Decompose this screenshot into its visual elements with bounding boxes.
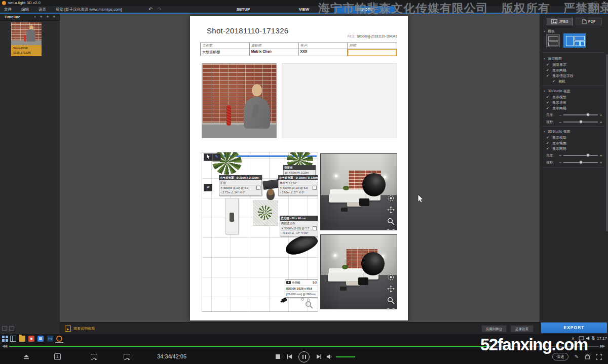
stop-button[interactable] xyxy=(274,349,282,364)
menu-help[interactable]: 帮助 [影子汉化资源 www.msmkps.com] xyxy=(56,6,122,13)
template-option-2-selected[interactable] xyxy=(563,33,586,48)
check-show-grid-1[interactable]: 显示网格 xyxy=(546,106,566,111)
layout-icon[interactable] xyxy=(2,326,7,331)
template-section-title[interactable]: 模板 xyxy=(543,29,555,34)
capture-icon[interactable] xyxy=(584,349,591,364)
client-field[interactable]: XXX xyxy=(299,49,348,56)
menu-edit[interactable]: 编辑 xyxy=(21,6,29,13)
jpeg-format-button[interactable]: JPEG xyxy=(547,18,573,25)
pdf-format-button[interactable]: PDF xyxy=(576,18,602,25)
tab-setup[interactable]: SETUP xyxy=(223,6,263,13)
slider-knob[interactable] xyxy=(579,160,583,164)
slider-knob[interactable] xyxy=(579,120,583,124)
close-button[interactable]: ✕ xyxy=(602,1,606,5)
orbit-icon[interactable] xyxy=(387,194,395,204)
taskbar-app-red-icon[interactable] xyxy=(28,336,34,342)
check-show-grid-2[interactable]: 显示网格 xyxy=(546,146,566,151)
minus-icon[interactable]: − xyxy=(558,113,562,117)
edit-icon[interactable]: ✎ xyxy=(573,349,580,364)
slider-track[interactable] xyxy=(563,114,598,115)
orbit-icon[interactable] xyxy=(387,273,395,283)
task-view-icon[interactable] xyxy=(10,336,16,342)
pen-tool-icon[interactable]: ✎ xyxy=(212,153,221,161)
template-option-1[interactable] xyxy=(546,34,560,47)
next-button[interactable] xyxy=(314,349,323,364)
timeline-shot-thumbnail[interactable] xyxy=(11,22,42,45)
minimize-button[interactable]: – xyxy=(587,1,589,5)
tab-view[interactable]: VIEW xyxy=(284,6,324,13)
top-view-section-title[interactable]: 顶部视图 xyxy=(543,56,562,61)
studio-view-2-title[interactable]: 3DStudio 视图 xyxy=(543,129,571,134)
plus-icon[interactable]: + xyxy=(599,153,603,158)
tab-export[interactable]: EXPORT xyxy=(334,6,395,13)
tray-chat-icon[interactable] xyxy=(579,334,584,343)
redo-icon[interactable]: ↷ xyxy=(158,6,162,13)
plus-icon[interactable]: + xyxy=(599,113,603,117)
fullscreen-icon[interactable] xyxy=(387,229,395,230)
check-show-walls-1[interactable]: 显示墙面 xyxy=(546,100,566,105)
timeline-shot-label[interactable]: Shot-2018 1110-171326 xyxy=(11,45,42,56)
forward-icon[interactable]: ▶▶ xyxy=(600,343,604,349)
apply-to-stage-button[interactable]: 应用到舞台 xyxy=(481,325,507,333)
zoom-icon[interactable] xyxy=(387,297,395,306)
check-show-grid[interactable]: 显示网格 xyxy=(546,68,566,73)
slider-knob[interactable] xyxy=(586,153,590,157)
plus-icon[interactable]: + xyxy=(599,120,603,125)
tray-language-indicator[interactable]: 英 xyxy=(591,334,595,343)
tray-caret-icon[interactable]: ∧ xyxy=(572,334,575,343)
menu-settings[interactable]: 设置 xyxy=(39,6,46,13)
volume-level[interactable] xyxy=(336,356,355,357)
setalight-app-icon[interactable] xyxy=(56,336,62,342)
check-show-walls-2[interactable]: 显示墙面 xyxy=(546,141,566,146)
plus-icon[interactable]: + xyxy=(599,160,603,165)
eraser-tool-icon[interactable]: ▰ xyxy=(204,184,212,191)
move-icon[interactable] xyxy=(387,285,395,295)
volume-icon[interactable] xyxy=(326,349,334,364)
photographer-field[interactable]: Matrix Chen xyxy=(250,49,299,56)
seek-bar[interactable] xyxy=(9,346,599,347)
undo-icon[interactable]: ↶ xyxy=(148,6,153,13)
minus-icon[interactable]: − xyxy=(558,153,562,158)
maximize-button[interactable]: □ xyxy=(594,1,597,5)
export-button[interactable]: EXPORT xyxy=(541,322,607,333)
photoshop-icon[interactable]: Ps xyxy=(47,336,53,342)
slider-track[interactable] xyxy=(563,155,598,156)
studio-field[interactable]: 大型摄影棚 xyxy=(201,49,250,56)
slider-track[interactable] xyxy=(563,162,598,163)
fullscreen-toggle-icon[interactable] xyxy=(595,349,603,364)
start-menu-icon[interactable] xyxy=(2,336,8,342)
move-icon[interactable] xyxy=(387,206,395,216)
playback-speed-button[interactable]: 倍速 xyxy=(551,349,569,364)
date-field[interactable] xyxy=(348,49,397,56)
rewind-icon[interactable]: ◀◀ xyxy=(2,343,6,349)
check-show-info-fields[interactable]: 显示信息字段 xyxy=(546,73,574,78)
bookmark-icon[interactable] xyxy=(90,349,98,364)
pause-button[interactable] xyxy=(298,349,310,364)
slider-knob[interactable] xyxy=(586,113,590,116)
file-explorer-icon[interactable] xyxy=(19,336,25,342)
eject-icon[interactable] xyxy=(22,349,30,364)
layout-icon-2[interactable] xyxy=(9,326,14,331)
panel-scrollbar[interactable] xyxy=(606,54,608,231)
studio-view-1-title[interactable]: 3DStudio 视图 xyxy=(543,89,571,94)
cursor-tool-icon[interactable] xyxy=(204,153,212,161)
check-show-model-1[interactable]: 显示模型 xyxy=(546,95,566,100)
check-show-model-2[interactable]: 显示模型 xyxy=(546,135,566,140)
panel-bottom-icons[interactable] xyxy=(2,323,16,333)
check-measure-display[interactable]: 测量显示 xyxy=(546,62,566,67)
fullscreen-icon[interactable] xyxy=(387,308,395,309)
watch-video-link[interactable]: ▶ 观看说明视频 xyxy=(65,326,95,332)
previous-button[interactable] xyxy=(285,349,294,364)
check-camera[interactable]: 相机 xyxy=(552,79,565,84)
taskbar-app-blue-icon[interactable] xyxy=(37,336,44,342)
timeline-header-icons[interactable]: ● ✚ ✚ ✚ xyxy=(34,15,57,18)
menu-file[interactable]: 文件 xyxy=(4,6,12,13)
zoom-in-icon[interactable] xyxy=(305,301,313,311)
reset-settings-button[interactable]: 还原设置 xyxy=(510,325,534,333)
minus-icon[interactable]: − xyxy=(558,120,562,125)
slider-track[interactable] xyxy=(563,122,598,123)
bookmark-add-icon[interactable] xyxy=(123,349,131,364)
minus-icon[interactable]: − xyxy=(558,160,562,165)
frame-step-icon[interactable]: 1 xyxy=(53,349,61,364)
zoom-icon[interactable] xyxy=(387,218,395,227)
